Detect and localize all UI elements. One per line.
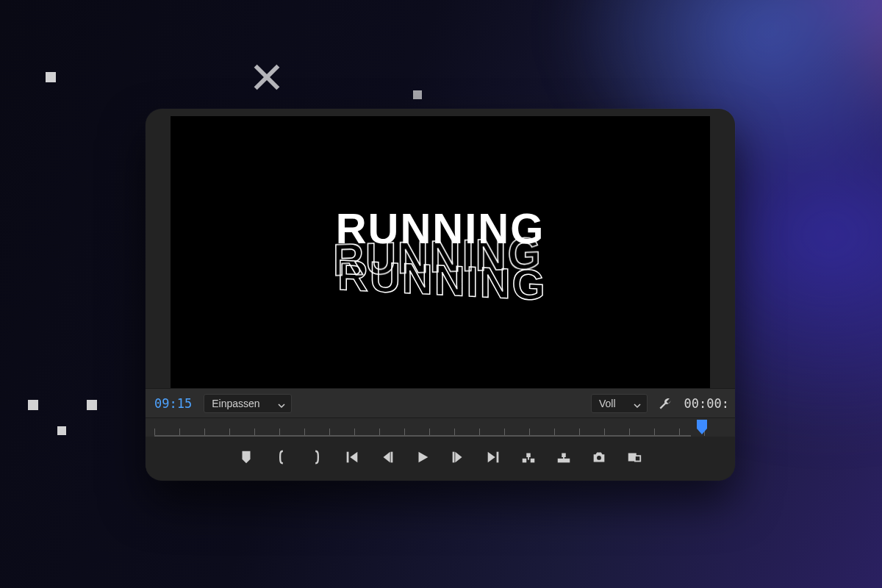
go-to-in-button[interactable] xyxy=(344,449,360,465)
chevron-down-icon xyxy=(278,400,285,407)
ruler-scroll-track xyxy=(154,435,691,437)
decorative-square xyxy=(28,400,38,410)
svg-rect-16 xyxy=(562,453,566,458)
video-preview-viewport: RUNNING RUNNING RUNNING xyxy=(171,116,710,388)
svg-rect-5 xyxy=(391,452,393,463)
decorative-square xyxy=(57,426,66,435)
svg-point-18 xyxy=(597,456,601,460)
svg-rect-10 xyxy=(497,452,499,463)
svg-marker-3 xyxy=(350,452,357,463)
preview-title-outline: RUNNING xyxy=(337,258,547,303)
overwrite-button[interactable] xyxy=(556,449,572,465)
step-forward-button[interactable] xyxy=(450,449,466,465)
settings-wrench-icon[interactable] xyxy=(655,396,675,411)
svg-marker-8 xyxy=(455,452,462,463)
svg-rect-14 xyxy=(528,457,529,460)
resolution-label: Voll xyxy=(599,398,616,409)
duration-timecode[interactable]: 00:00: xyxy=(683,396,731,411)
export-frame-button[interactable] xyxy=(591,449,607,465)
svg-rect-11 xyxy=(523,459,527,463)
svg-rect-20 xyxy=(635,456,640,461)
current-timecode[interactable]: 09:15 xyxy=(150,396,196,411)
monitor-control-bar: 09:15 Einpassen Voll 00:00: xyxy=(146,388,735,417)
zoom-level-label: Einpassen xyxy=(212,398,259,409)
mark-in-button[interactable] xyxy=(273,449,290,465)
transport-controls xyxy=(146,437,735,478)
zoom-level-dropdown[interactable]: Einpassen xyxy=(204,394,291,413)
decorative-square xyxy=(46,72,56,82)
step-back-button[interactable] xyxy=(379,449,395,465)
svg-marker-9 xyxy=(488,452,495,463)
svg-marker-6 xyxy=(419,452,429,463)
timeline-ruler[interactable] xyxy=(146,417,735,437)
decorative-square xyxy=(413,90,422,99)
svg-rect-13 xyxy=(526,453,531,458)
insert-button[interactable] xyxy=(520,449,537,465)
chevron-down-icon xyxy=(634,400,641,407)
play-button[interactable] xyxy=(415,449,431,465)
comparison-view-button[interactable] xyxy=(626,449,642,465)
close-icon xyxy=(250,60,284,94)
mark-out-button[interactable] xyxy=(309,449,325,465)
add-marker-button[interactable] xyxy=(238,449,254,465)
decorative-square xyxy=(87,400,97,410)
go-to-out-button[interactable] xyxy=(485,449,501,465)
svg-rect-2 xyxy=(347,452,349,463)
svg-rect-7 xyxy=(453,452,455,463)
resolution-dropdown[interactable]: Voll xyxy=(591,394,648,413)
preview-title-main: RUNNING xyxy=(336,207,545,250)
svg-marker-4 xyxy=(384,452,390,463)
svg-rect-17 xyxy=(563,457,564,459)
program-monitor-panel: RUNNING RUNNING RUNNING 09:15 Einpassen … xyxy=(146,109,735,481)
svg-rect-12 xyxy=(531,459,535,463)
